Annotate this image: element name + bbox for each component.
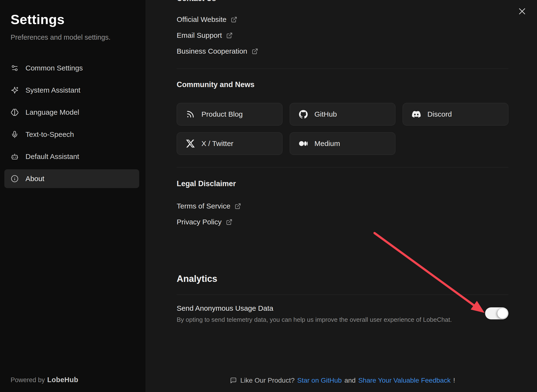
- button-label: Product Blog: [201, 110, 243, 118]
- divider: [177, 69, 508, 69]
- link-label: Official Website: [177, 15, 226, 24]
- sidebar-item-common-settings[interactable]: Common Settings: [4, 59, 139, 77]
- external-link-icon: [226, 219, 232, 225]
- external-link-icon: [231, 16, 237, 23]
- community-heading: Community and News: [177, 80, 508, 89]
- sidebar-item-default-assistant[interactable]: Default Assistant: [4, 147, 139, 166]
- link-label: Email Support: [177, 31, 222, 39]
- powered-by-text: Powered by: [11, 376, 45, 384]
- main-footer: Like Our Product? Star on GitHub and Sha…: [177, 377, 508, 384]
- sidebar: Settings Preferences and model settings.…: [0, 0, 146, 392]
- github-icon: [299, 109, 308, 119]
- external-link-icon: [252, 48, 258, 55]
- sidebar-item-label: Language Model: [25, 108, 79, 116]
- discord-icon: [412, 109, 421, 119]
- footer-prefix: Like Our Product?: [240, 377, 295, 384]
- github-button[interactable]: GitHub: [290, 103, 395, 126]
- legal-disclaimer-heading: Legal Disclaimer: [177, 179, 508, 189]
- button-label: Discord: [427, 110, 452, 118]
- sidebar-item-system-assistant[interactable]: System Assistant: [4, 81, 139, 100]
- external-link-icon: [226, 32, 233, 39]
- brain-icon: [11, 108, 19, 116]
- sidebar-item-text-to-speech[interactable]: Text-to-Speech: [4, 125, 139, 144]
- send-usage-data-toggle[interactable]: [485, 307, 508, 319]
- bot-icon: [11, 152, 19, 161]
- feedback-bubble-icon: [230, 377, 237, 384]
- analytics-toggle-row: Send Anonymous Usage Data By opting to s…: [177, 303, 508, 324]
- sidebar-item-label: About: [25, 175, 44, 183]
- settings-window: Settings Preferences and model settings.…: [0, 0, 537, 392]
- legal-links: Terms of Service Privacy Policy: [177, 198, 508, 230]
- x-icon: [186, 139, 195, 148]
- privacy-policy-link[interactable]: Privacy Policy: [177, 214, 232, 230]
- info-icon: [11, 175, 19, 183]
- close-button[interactable]: [517, 6, 527, 17]
- sidebar-item-label: Text-to-Speech: [25, 130, 74, 139]
- page-subtitle: Preferences and model settings.: [11, 33, 139, 41]
- page-title: Settings: [11, 12, 139, 27]
- business-cooperation-link[interactable]: Business Cooperation: [177, 43, 258, 59]
- send-usage-data-description: By opting to send telemetry data, you ca…: [177, 316, 452, 324]
- community-buttons: Product Blog GitHub Discord X / Twitter: [177, 103, 508, 155]
- close-icon: [518, 13, 527, 17]
- analytics-heading: Analytics: [177, 273, 508, 285]
- toggle-text-block: Send Anonymous Usage Data By opting to s…: [177, 303, 452, 324]
- button-label: Medium: [314, 139, 340, 148]
- terms-of-service-link[interactable]: Terms of Service: [177, 198, 241, 214]
- settings-content: Contact Us Official Website Email Suppor…: [146, 0, 537, 392]
- divider: [177, 295, 508, 295]
- x-twitter-button[interactable]: X / Twitter: [177, 132, 282, 155]
- external-link-icon: [235, 203, 241, 209]
- sidebar-item-label: Common Settings: [25, 64, 83, 72]
- sparkles-icon: [11, 86, 19, 94]
- star-on-github-link[interactable]: Star on GitHub: [297, 377, 342, 384]
- rss-icon: [186, 109, 195, 119]
- divider: [177, 167, 508, 167]
- footer-middle: and: [344, 377, 356, 384]
- contact-us-heading: Contact Us: [177, 0, 508, 3]
- sidebar-item-label: System Assistant: [25, 86, 80, 94]
- mic-icon: [11, 130, 19, 139]
- sidebar-item-label: Default Assistant: [25, 152, 79, 161]
- link-label: Business Cooperation: [177, 47, 247, 55]
- link-label: Terms of Service: [177, 202, 230, 210]
- settings-nav: Common Settings System Assistant Languag…: [4, 59, 139, 188]
- share-feedback-link[interactable]: Share Your Valuable Feedback: [358, 377, 450, 384]
- link-label: Privacy Policy: [177, 218, 222, 226]
- sidebar-item-language-model[interactable]: Language Model: [4, 103, 139, 122]
- lobehub-brand[interactable]: LobeHub: [47, 376, 78, 384]
- email-support-link[interactable]: Email Support: [177, 27, 233, 43]
- sidebar-item-about[interactable]: About: [4, 169, 139, 188]
- send-usage-data-label: Send Anonymous Usage Data: [177, 303, 452, 314]
- medium-button[interactable]: Medium: [290, 132, 395, 155]
- discord-button[interactable]: Discord: [403, 103, 508, 126]
- official-website-link[interactable]: Official Website: [177, 12, 237, 27]
- footer-suffix: !: [453, 377, 455, 384]
- contact-links: Official Website Email Support Business …: [177, 12, 508, 59]
- powered-by: Powered byLobeHub: [11, 376, 78, 384]
- button-label: X / Twitter: [201, 139, 233, 148]
- button-label: GitHub: [314, 110, 337, 118]
- medium-icon: [299, 139, 308, 148]
- product-blog-button[interactable]: Product Blog: [177, 103, 282, 126]
- sliders-icon: [11, 64, 19, 72]
- toggle-knob: [497, 308, 507, 318]
